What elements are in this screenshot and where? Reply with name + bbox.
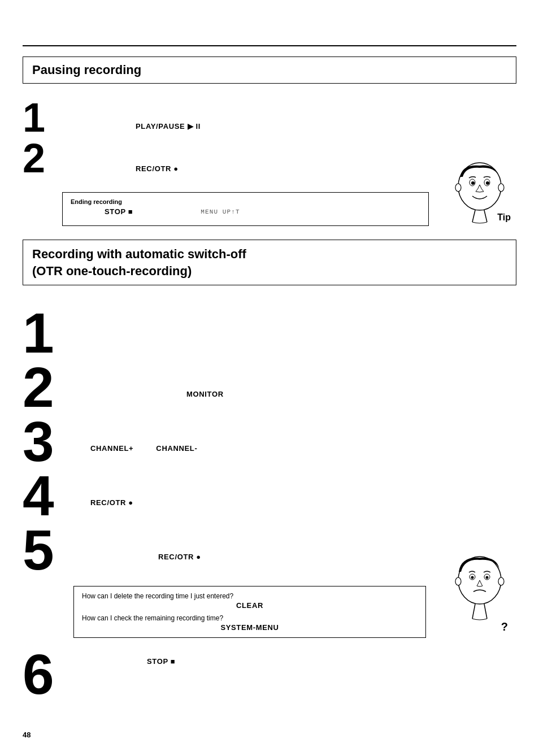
otr-step5-content: REC/OTR ●: [158, 553, 201, 561]
otr-step6-content: STOP ■: [147, 657, 175, 666]
svg-line-16: [472, 604, 475, 619]
otr-step2-number: 2: [23, 359, 73, 413]
a2-text: SYSTEM-MENU: [82, 623, 418, 632]
tip-illustration: [443, 161, 516, 223]
svg-point-5: [455, 184, 461, 192]
svg-point-13: [486, 576, 489, 579]
step6-area: 6 STOP ■: [23, 646, 516, 702]
q1-text: How can I delete the recording time I ju…: [82, 592, 418, 600]
svg-point-15: [498, 577, 504, 585]
svg-line-17: [484, 604, 487, 619]
otr-step3-number: 3: [23, 413, 73, 467]
otr-step6-number: 6: [23, 646, 73, 702]
ending-recording-label: Ending recording: [71, 198, 122, 205]
top-rule: [23, 45, 516, 46]
svg-point-6: [498, 184, 504, 192]
svg-line-8: [484, 210, 487, 222]
otr-step3-channel-minus: CHANNEL-: [156, 444, 197, 453]
step1-instruction: PLAY/PAUSE ▶ II: [136, 122, 201, 131]
otr-step3-channel-plus: CHANNEL+: [90, 444, 133, 453]
svg-point-11: [471, 576, 474, 579]
otr-step4-content: REC/OTR ●: [90, 498, 133, 507]
q2-text: How can I check the remaining recording …: [82, 614, 418, 622]
otr-step5-number: 5: [23, 522, 73, 576]
step2-number: 2: [23, 138, 62, 179]
section1-box: Pausing recording: [23, 57, 516, 84]
section2-title: Recording with automatic switch-off (OTR…: [32, 246, 507, 279]
section2-box: Recording with automatic switch-off (OTR…: [23, 240, 516, 285]
question-box: How can I delete the recording time I ju…: [73, 586, 426, 638]
svg-point-2: [471, 181, 475, 185]
otr-step4-number: 4: [23, 467, 73, 522]
tip-box: Ending recording STOP ■ MENU UP↑T: [62, 192, 429, 226]
otr-step1-number: 1: [23, 305, 73, 359]
otr-illustration: [443, 552, 516, 625]
svg-line-7: [472, 210, 475, 222]
otr-step2-content: MONITOR: [186, 390, 224, 398]
svg-point-4: [486, 181, 489, 185]
menu-upit-text: MENU UP↑T: [201, 208, 240, 215]
section1-title: Pausing recording: [32, 63, 141, 77]
stop-label: STOP ■: [105, 207, 133, 216]
svg-point-14: [455, 577, 461, 585]
step2-instruction: REC/OTR ●: [136, 164, 179, 173]
a1-text: CLEAR: [82, 601, 418, 610]
page-number: 48: [23, 731, 31, 739]
step1-number: 1: [23, 97, 62, 138]
